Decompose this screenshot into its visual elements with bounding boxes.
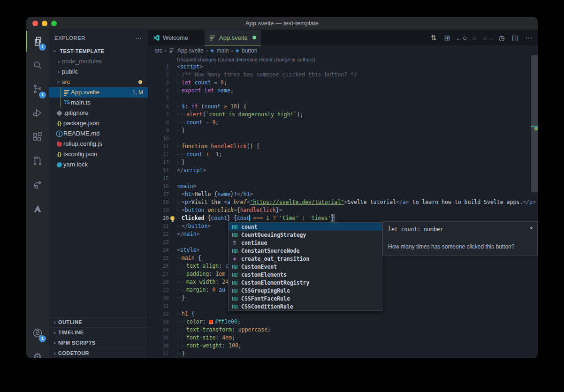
split-editor-icon[interactable]: ◫ (510, 34, 520, 42)
tab-app-svelte[interactable]: App.svelte (205, 30, 261, 45)
breadcrumb-item-app-svelte[interactable]: App.svelte (177, 47, 204, 54)
file-tree-item-node-modules[interactable]: ›node_modules (49, 56, 148, 67)
line-number[interactable]: 34 (148, 326, 169, 334)
suggestion-count[interactable]: [@]count (229, 223, 382, 231)
open-preview-icon[interactable]: ⊞ (442, 34, 452, 42)
code-line-36[interactable]: 36→→font-weight: 100; (148, 342, 531, 350)
line-number[interactable]: 23 (148, 238, 169, 246)
line-number[interactable]: 26 (148, 262, 169, 270)
code-line-15[interactable]: 15 (148, 174, 531, 182)
code-line-35[interactable]: 35→→font-size: 4em; (148, 334, 531, 342)
code-line-7[interactable]: 7→→alert(`count is dangerously high!`); (148, 111, 531, 119)
lightbulb-icon[interactable] (170, 216, 175, 220)
suggestion-cssfontfacerule[interactable]: [@]CSSFontFaceRule (229, 294, 382, 302)
sidebar-section-codetour[interactable]: ›CODETOUR (49, 348, 148, 358)
code-line-9[interactable]: 9→} (148, 127, 531, 135)
live-share-icon[interactable] (26, 174, 49, 195)
code-line-33[interactable]: 33→→color: #ff3e00; (148, 318, 531, 326)
line-number[interactable]: 24 (148, 246, 169, 254)
line-number[interactable]: 25 (148, 254, 169, 262)
line-number[interactable]: 27 (148, 270, 169, 278)
line-number[interactable]: 21 (148, 222, 169, 230)
code-line-5[interactable]: 5 (148, 95, 531, 103)
code-line-18[interactable]: 18→<p>Visit the <a href="https://svelte.… (148, 198, 531, 206)
breadcrumb-item-main[interactable]: main (217, 47, 229, 54)
search-icon[interactable] (26, 55, 49, 75)
line-number[interactable]: 2 (148, 71, 169, 79)
code-line-2[interactable]: 2→/** How many times has someone clicked… (148, 71, 531, 79)
code-line-17[interactable]: 17→<h1>Hello {name}!</h1> (148, 190, 531, 198)
line-number[interactable]: 32 (148, 310, 169, 318)
breadcrumb-item-src[interactable]: src (155, 47, 162, 54)
file-tree-item-package-json[interactable]: {}package.json (49, 118, 148, 128)
sidebar-section-timeline[interactable]: ›TIMELINE (49, 327, 148, 338)
gitlens-annotation[interactable]: Unsaved changes (cannot determine recent… (177, 57, 315, 62)
line-number[interactable]: 28 (148, 278, 169, 286)
file-tree-item-main-ts[interactable]: TSmain.ts (49, 98, 148, 108)
code-line-14[interactable]: 14</script> (148, 166, 531, 174)
code-line-6[interactable]: 6→$: if (count ≥ 10) { (148, 103, 531, 111)
workspace-root-folder[interactable]: › TEST-TEMPLATE (49, 46, 148, 56)
suggestion-customevent[interactable]: [@]CustomEvent (229, 263, 382, 271)
line-number[interactable]: 10 (148, 135, 169, 143)
suggestion-customelementregistry[interactable]: [@]CustomElementRegistry (229, 279, 382, 286)
line-number[interactable]: 14 (148, 166, 169, 174)
line-number[interactable]: 3 (148, 79, 169, 87)
code-line-37[interactable]: 37→} (148, 350, 531, 358)
breadcrumb-item-button[interactable]: button (242, 47, 257, 54)
tab-welcome[interactable]: Welcome (148, 30, 205, 45)
file-tree-item-readme-md[interactable]: README.md (49, 128, 148, 139)
line-number[interactable]: 20 (148, 214, 169, 222)
file-history-icon[interactable]: ◷ (496, 34, 507, 42)
next-change-icon[interactable]: ○→ (483, 34, 493, 42)
github-pull-requests-icon[interactable] (26, 151, 49, 171)
suggestion-cssgroupingrule[interactable]: [@]CSSGroupingRule (229, 286, 382, 294)
line-number[interactable]: 30 (148, 294, 169, 302)
code-line-4[interactable]: 4→export let name; (148, 87, 531, 95)
code-line-10[interactable]: 10 (148, 135, 531, 143)
file-tree-item-tsconfig-json[interactable]: {}tsconfig.json (49, 149, 148, 159)
line-number[interactable]: 37 (148, 350, 169, 358)
line-number[interactable]: 19 (148, 206, 169, 214)
more-actions-icon[interactable]: ⋯ (524, 34, 534, 42)
line-number[interactable]: 15 (148, 174, 169, 182)
compare-changes-icon[interactable]: ⇅ (428, 34, 439, 42)
code-editor[interactable]: Unsaved changes (cannot determine recent… (148, 55, 538, 358)
line-number[interactable]: 5 (148, 95, 169, 103)
suggestion-customelements[interactable]: [@]customElements (229, 271, 382, 279)
line-number[interactable]: 13 (148, 158, 169, 166)
current-change-icon[interactable]: ○ (469, 34, 480, 42)
code-line-13[interactable]: 13→} (148, 158, 531, 166)
sidebar-section-outline[interactable]: ›OUTLINE (49, 317, 148, 327)
line-number[interactable]: 33 (148, 318, 169, 326)
accounts-icon[interactable]: 1 (26, 323, 49, 343)
extensions-icon[interactable] (26, 127, 49, 147)
line-number[interactable]: 7 (148, 111, 169, 119)
file-tree-item-yarn-lock[interactable]: yarn.lock (49, 159, 148, 170)
explorer-icon[interactable]: 1 (26, 31, 49, 52)
suggestion-constantsourcenode[interactable]: [@]ConstantSourceNode (229, 247, 382, 255)
suggestion-create-out-transition[interactable]: ◈create_out_transition (229, 255, 382, 263)
line-number[interactable]: 36 (148, 342, 169, 350)
line-number[interactable]: 11 (148, 143, 169, 151)
previous-change-icon[interactable]: ←○ (456, 34, 466, 42)
code-line-34[interactable]: 34→→text-transform: uppercase; (148, 326, 531, 334)
line-number[interactable]: 22 (148, 230, 169, 238)
code-line-12[interactable]: 12→→count += 1; (148, 151, 531, 158)
line-number[interactable]: 6 (148, 103, 169, 111)
code-line-16[interactable]: 16<main> (148, 182, 531, 190)
file-tree-item-gitignore[interactable]: .gitignore (49, 108, 148, 118)
line-number[interactable]: 29 (148, 286, 169, 294)
file-tree-item-src[interactable]: ›src (49, 77, 148, 87)
suggestion-cssconditionrule[interactable]: [@]CSSConditionRule (229, 302, 382, 310)
code-line-11[interactable]: 11→function handleClick() { (148, 143, 531, 151)
editor-scrollbar[interactable] (531, 55, 538, 192)
settings-gear-icon[interactable]: ⚙ (26, 347, 49, 358)
code-line-3[interactable]: 3→let count = 0; (148, 79, 531, 87)
azure-icon[interactable] (26, 198, 49, 219)
source-control-icon[interactable]: 1 (26, 79, 49, 99)
sidebar-section-npm-scripts[interactable]: ›NPM SCRIPTS (49, 338, 148, 348)
line-number[interactable]: 35 (148, 334, 169, 342)
run-and-debug-icon[interactable] (26, 103, 49, 123)
line-number[interactable]: 4 (148, 87, 169, 95)
